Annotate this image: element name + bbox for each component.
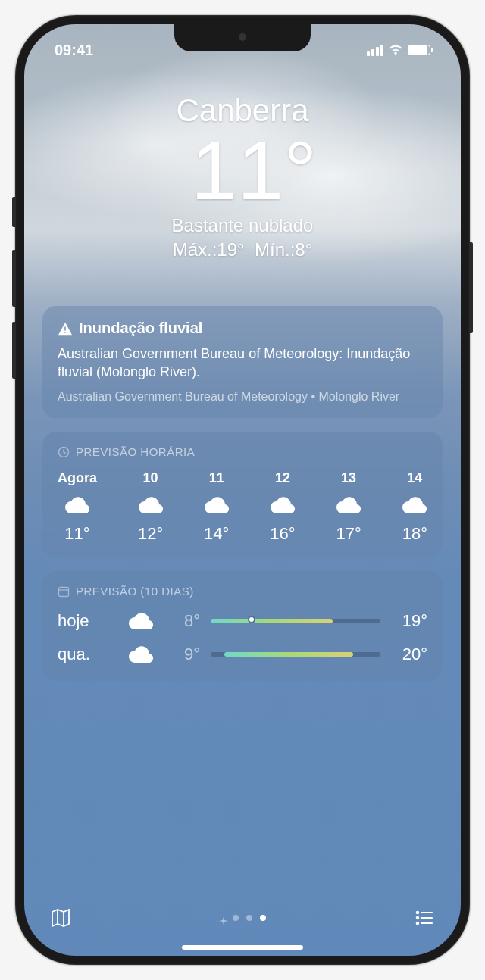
cloud-icon: [129, 613, 153, 629]
cloud-icon: [336, 497, 361, 513]
clock-icon: [58, 446, 70, 458]
wifi-icon: [388, 44, 403, 56]
hourly-item: 11 14°: [204, 470, 229, 544]
temp-range-bar: [211, 619, 380, 623]
current-temperature: 11°: [47, 129, 461, 212]
daily-day: hoje: [58, 611, 118, 631]
daily-day: qua.: [58, 644, 118, 664]
daily-row[interactable]: qua. 9° 20°: [58, 644, 427, 664]
high-label: Máx.:19°: [173, 239, 245, 260]
screen: 09:41 Canberra 11° Basta: [24, 24, 461, 956]
hourly-title: PREVISÃO HORÁRIA: [76, 445, 195, 458]
status-icons: [367, 44, 430, 56]
weather-header: Canberra 11° Bastante nublado Máx.:19° M…: [24, 92, 461, 261]
hourly-temp: 16°: [270, 524, 295, 544]
daily-title: PREVISÃO (10 DIAS): [76, 585, 194, 598]
cloud-icon: [402, 497, 427, 513]
high-low: Máx.:19° Mín.:8°: [24, 239, 461, 261]
alert-title-row: Inundação fluvial: [58, 320, 427, 337]
hourly-temp: 14°: [204, 524, 229, 544]
weather-alert-card[interactable]: Inundação fluvial Australian Government …: [42, 306, 443, 418]
warning-icon: [58, 322, 73, 336]
hourly-header: PREVISÃO HORÁRIA: [58, 445, 427, 458]
phone-frame: 09:41 Canberra 11° Basta: [15, 15, 470, 965]
hourly-item: 12 16°: [270, 470, 295, 544]
notch: [174, 24, 311, 51]
hourly-time: 10: [143, 470, 158, 486]
battery-icon: [408, 45, 430, 55]
daily-high: 20°: [391, 644, 427, 664]
hourly-time: 14: [407, 470, 422, 486]
hourly-forecast-card[interactable]: PREVISÃO HORÁRIA Agora 11° 10 12° 11: [42, 432, 443, 557]
status-time: 09:41: [55, 42, 93, 59]
hourly-temp: 17°: [336, 524, 361, 544]
hourly-item: 10 12°: [138, 470, 163, 544]
cloud-icon: [271, 497, 295, 513]
temp-range-bar: [211, 652, 380, 657]
hourly-temp: 12°: [138, 524, 163, 544]
daily-low: 9°: [164, 644, 200, 664]
alert-body: Australian Government Bureau of Meteorol…: [58, 345, 427, 382]
hourly-time: 13: [341, 470, 356, 486]
cloud-icon: [205, 497, 229, 513]
daily-row[interactable]: hoje 8° 19°: [58, 611, 427, 631]
low-label: Mín.:8°: [255, 239, 312, 260]
alert-source: Australian Government Bureau of Meteorol…: [58, 389, 427, 405]
hourly-temp: 18°: [402, 524, 427, 544]
daily-header: PREVISÃO (10 DIAS): [58, 585, 427, 598]
hourly-time: 12: [275, 470, 290, 486]
calendar-icon: [58, 585, 70, 598]
svg-rect-1: [59, 587, 69, 596]
hourly-time: 11: [209, 470, 224, 486]
hourly-time: Agora: [58, 470, 97, 486]
hourly-item: Agora 11°: [58, 470, 97, 544]
hourly-temp: 11°: [64, 524, 89, 544]
condition-text: Bastante nublado: [24, 215, 461, 236]
daily-forecast-card[interactable]: PREVISÃO (10 DIAS) hoje 8° 19° qua. 9°: [42, 571, 443, 681]
cloud-icon: [139, 497, 163, 513]
cloud-icon: [65, 497, 89, 513]
alert-title: Inundação fluvial: [79, 320, 202, 337]
hourly-row[interactable]: Agora 11° 10 12° 11 14°: [58, 470, 427, 544]
daily-high: 19°: [391, 611, 427, 631]
cloud-icon: [129, 646, 153, 663]
hourly-item: 13 17°: [336, 470, 361, 544]
cellular-icon: [367, 45, 383, 56]
daily-low: 8°: [164, 611, 200, 631]
hourly-item: 14 18°: [402, 470, 427, 544]
